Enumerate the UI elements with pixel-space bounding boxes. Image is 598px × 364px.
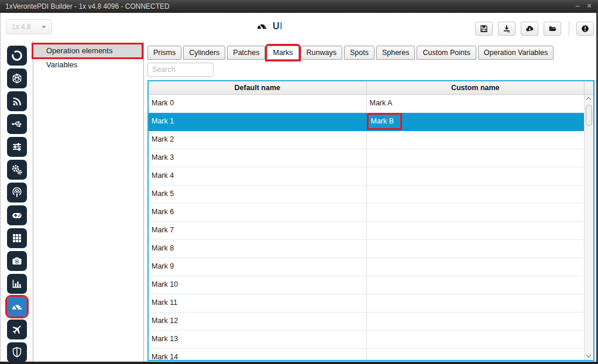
tab-spots[interactable]: Spots xyxy=(344,46,374,60)
cell-custom-name[interactable] xyxy=(367,167,585,185)
sidebar-item-podcast[interactable] xyxy=(7,183,27,202)
save-button[interactable] xyxy=(475,22,493,36)
nav-panel: Operation elements Variables xyxy=(33,41,144,362)
hex-sphere-icon xyxy=(11,72,23,85)
sidebar-item-bar-chart[interactable] xyxy=(7,274,27,294)
tab-runways[interactable]: Runways xyxy=(301,46,342,60)
sidebar-item-rss[interactable] xyxy=(7,91,27,111)
download-button[interactable] xyxy=(498,22,515,36)
table-row[interactable]: Mark 6 xyxy=(149,204,584,222)
table-row[interactable]: Mark 4 xyxy=(149,167,584,186)
vertical-scrollbar[interactable] xyxy=(584,95,593,360)
cell-custom-name[interactable] xyxy=(367,149,585,167)
scroll-down-icon[interactable] xyxy=(586,353,591,358)
search-input[interactable] xyxy=(147,63,214,77)
tab-marks[interactable]: Marks xyxy=(267,46,298,60)
title-bar: 1xVerontePDI Builder - 1x v4.8 4096 - CO… xyxy=(0,0,598,13)
scrollbar-thumb[interactable] xyxy=(586,105,592,126)
cell-default-name[interactable]: Mark 0 xyxy=(149,95,367,112)
cell-default-name[interactable]: Mark 10 xyxy=(149,276,367,294)
toolbar: 1x 4.8 UI xyxy=(0,13,598,41)
cell-custom-name[interactable] xyxy=(367,331,585,348)
cell-default-name[interactable]: Mark 2 xyxy=(149,131,367,149)
table-row[interactable]: Mark 3 xyxy=(149,149,584,167)
sidebar-item-shield[interactable] xyxy=(7,342,27,362)
cell-custom-name[interactable] xyxy=(367,294,585,312)
table-row[interactable]: Mark 12 xyxy=(149,313,584,331)
minimize-button[interactable]: – xyxy=(572,0,583,13)
column-header-default-name[interactable]: Default name xyxy=(149,81,367,94)
bar-chart-icon xyxy=(11,277,23,290)
sidebar-item-camera[interactable] xyxy=(7,251,27,271)
open-folder-button[interactable] xyxy=(544,22,561,36)
table-row[interactable]: Mark 2 xyxy=(149,131,584,149)
cell-default-name[interactable]: Mark 5 xyxy=(149,186,367,203)
scroll-up-icon[interactable] xyxy=(586,97,591,102)
cell-custom-name[interactable] xyxy=(367,186,585,203)
cell-default-name[interactable]: Mark 11 xyxy=(149,294,367,312)
sidebar-item-gamepad[interactable] xyxy=(7,205,27,225)
usb-icon xyxy=(11,118,23,131)
sidebar-item-gauge[interactable] xyxy=(7,297,27,317)
cloud-download-button[interactable] xyxy=(521,22,538,36)
tab-prisms[interactable]: Prisms xyxy=(147,46,181,60)
sidebar-item-sliders[interactable] xyxy=(7,137,27,157)
cell-default-name[interactable]: Mark 12 xyxy=(149,313,367,330)
table-row[interactable]: Mark 5 xyxy=(149,186,584,204)
cell-default-name[interactable]: Mark 1 xyxy=(149,113,367,131)
cell-default-name[interactable]: Mark 8 xyxy=(149,240,367,257)
sidebar-item-plane[interactable] xyxy=(7,320,27,339)
cell-custom-name[interactable] xyxy=(367,258,585,276)
cell-custom-name[interactable] xyxy=(367,222,585,239)
podcast-icon xyxy=(11,186,23,199)
cell-custom-name[interactable]: Mark A xyxy=(367,95,585,112)
table-row[interactable]: Mark 8 xyxy=(149,240,584,258)
sidebar-item-usb[interactable] xyxy=(7,114,27,134)
cell-default-name[interactable]: Mark 6 xyxy=(149,204,367,221)
nav-item-variables[interactable]: Variables xyxy=(33,59,142,71)
table-row[interactable]: Mark 9 xyxy=(149,258,584,276)
cell-custom-name[interactable] xyxy=(367,204,585,221)
annotation-box-mark-b: Mark B xyxy=(367,113,403,130)
tab-spheres[interactable]: Spheres xyxy=(376,46,415,60)
cell-custom-name[interactable] xyxy=(367,276,585,294)
sidebar-item-gears[interactable] xyxy=(7,160,27,180)
tab-operation-variables[interactable]: Operation Variables xyxy=(478,46,554,60)
version-dropdown[interactable]: 1x 4.8 xyxy=(6,19,52,35)
camera-icon xyxy=(11,255,23,267)
info-button[interactable] xyxy=(576,22,594,36)
tab-patches[interactable]: Patches xyxy=(227,46,265,60)
icon-sidebar xyxy=(1,41,33,362)
sidebar-item-hex-sphere[interactable] xyxy=(7,68,27,88)
rss-signal-icon xyxy=(11,95,23,108)
table-row-selected[interactable]: Mark 1 Mark B xyxy=(149,113,584,131)
sidebar-item-grid[interactable] xyxy=(7,228,27,248)
table-row[interactable]: Mark 14 xyxy=(149,349,584,360)
download-icon xyxy=(502,24,511,33)
cell-custom-name[interactable] xyxy=(367,313,585,330)
sidebar-item-power-ring[interactable] xyxy=(7,46,27,66)
cell-default-name[interactable]: Mark 4 xyxy=(149,167,367,185)
gamepad-icon xyxy=(11,209,23,222)
close-button[interactable]: × xyxy=(584,0,594,13)
cell-default-name[interactable]: Mark 7 xyxy=(149,222,367,239)
cell-default-name[interactable]: Mark 13 xyxy=(149,331,367,348)
plane-icon xyxy=(11,323,23,336)
cell-default-name[interactable]: Mark 3 xyxy=(149,149,367,167)
cell-custom-name[interactable]: Mark B xyxy=(367,113,585,131)
cell-default-name[interactable]: Mark 9 xyxy=(149,258,367,276)
tab-custom-points[interactable]: Custom Points xyxy=(417,46,476,60)
cell-custom-name[interactable] xyxy=(367,131,585,149)
cell-default-name[interactable]: Mark 14 xyxy=(149,349,367,360)
table-row[interactable]: Mark 10 xyxy=(149,276,584,294)
page-title-text: U xyxy=(273,21,280,31)
cell-custom-name[interactable] xyxy=(367,240,585,257)
cell-custom-name[interactable] xyxy=(367,349,585,360)
column-header-custom-name[interactable]: Custom name xyxy=(367,81,585,94)
table-row[interactable]: Mark 13 xyxy=(149,331,584,349)
nav-item-operation-elements[interactable]: Operation elements xyxy=(33,44,142,57)
table-row[interactable]: Mark 11 xyxy=(149,294,584,313)
table-row[interactable]: Mark 0 Mark A xyxy=(149,95,584,113)
tab-cylinders[interactable]: Cylinders xyxy=(183,46,225,60)
table-row[interactable]: Mark 7 xyxy=(149,222,584,240)
